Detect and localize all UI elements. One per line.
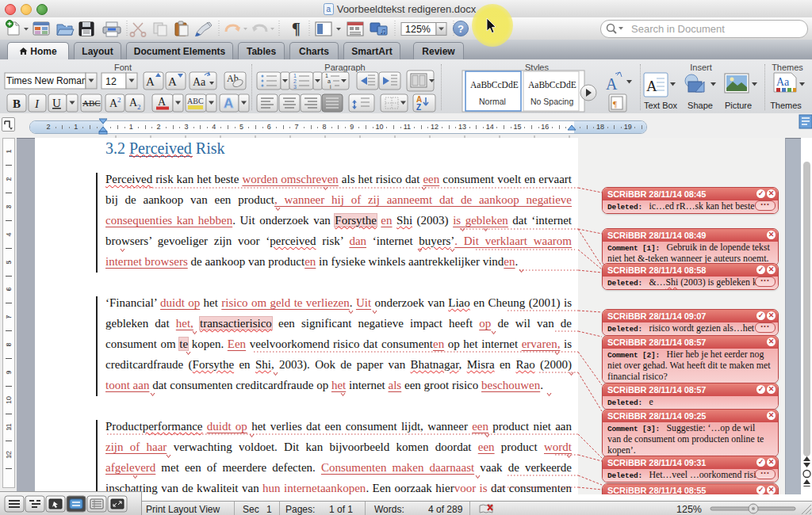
svg-text:Z: Z: [416, 103, 421, 112]
svg-text:¶: ¶: [613, 99, 617, 109]
svg-text:I: I: [34, 97, 40, 110]
svg-text:3: 3: [293, 84, 297, 90]
svg-text:A: A: [606, 75, 618, 93]
svg-text:U: U: [52, 97, 61, 109]
svg-text:A: A: [146, 75, 155, 88]
svg-text:a: a: [326, 5, 331, 13]
svg-text:Times New Roman: Times New Roman: [6, 75, 87, 86]
svg-text:125%: 125%: [405, 24, 431, 35]
svg-text:Aa: Aa: [776, 76, 790, 88]
svg-text:A: A: [168, 75, 177, 88]
svg-text:ABC: ABC: [187, 97, 204, 105]
svg-text:a: a: [327, 78, 331, 84]
svg-text:2: 2: [137, 103, 141, 111]
svg-text:A: A: [158, 96, 167, 108]
svg-text:2: 2: [117, 96, 121, 104]
svg-text:♫: ♫: [380, 26, 386, 36]
svg-text:Aa: Aa: [193, 76, 206, 88]
svg-text:Normal: Normal: [479, 97, 506, 106]
svg-text:¶: ¶: [292, 20, 301, 37]
svg-text:1: 1: [325, 73, 328, 78]
svg-text:2: 2: [293, 78, 297, 84]
svg-text:B: B: [13, 97, 21, 110]
svg-text:A: A: [646, 78, 657, 94]
svg-text:12: 12: [105, 76, 117, 87]
svg-text:AaBbCcDdE: AaBbCcDdE: [528, 80, 576, 90]
svg-text:?: ?: [458, 23, 464, 35]
svg-text:AaBbCcDdE: AaBbCcDdE: [470, 80, 519, 90]
svg-text:1: 1: [293, 73, 297, 78]
svg-text:No Spacing: No Spacing: [530, 97, 573, 106]
svg-text:ABC: ABC: [82, 98, 101, 108]
svg-text:A: A: [224, 96, 233, 111]
